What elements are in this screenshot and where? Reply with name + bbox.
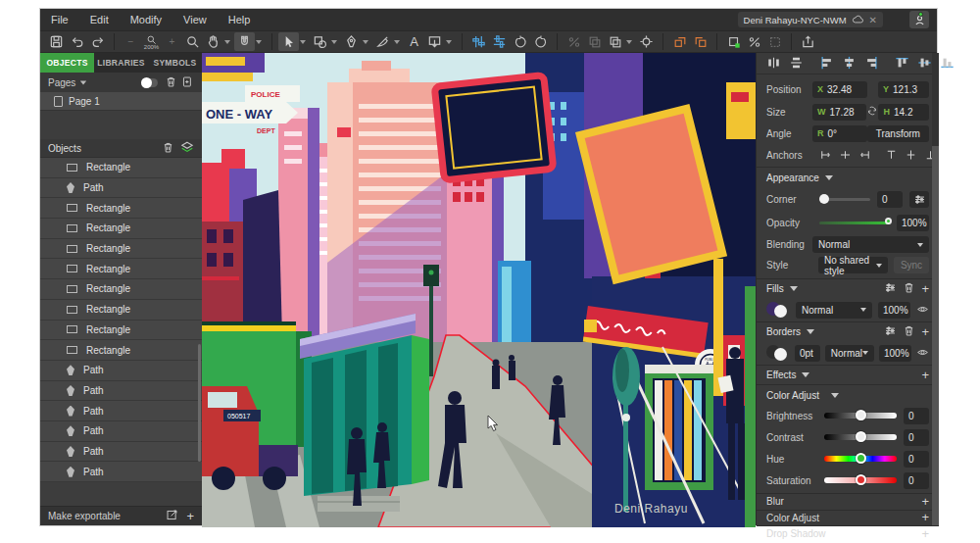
delete-object-button[interactable] [162, 141, 174, 156]
layers-button[interactable] [180, 140, 194, 156]
send-backward-button[interactable] [690, 32, 710, 51]
anchor-center-horizontal-icon[interactable] [839, 149, 852, 163]
snap-tool-caret[interactable] [256, 40, 262, 44]
align-top-icon[interactable] [895, 56, 909, 72]
align-bottom-icon[interactable] [940, 56, 955, 72]
hand-tool[interactable] [203, 32, 223, 51]
group-tool-caret[interactable] [626, 40, 632, 44]
color-adjust-value-field[interactable]: 0 [904, 472, 929, 489]
size-height-field[interactable]: H14.2 [878, 104, 929, 121]
save-button[interactable] [46, 32, 67, 51]
object-list-item[interactable]: Path [40, 381, 202, 402]
anchor-top-icon[interactable] [885, 149, 898, 163]
color-adjust-slider[interactable] [824, 456, 897, 462]
collapsed-effect-row[interactable]: Drop Shadow + [757, 525, 939, 542]
page-list-item[interactable]: Page 1 [40, 92, 202, 111]
weld-tool[interactable] [564, 32, 584, 51]
tab-symbols[interactable]: SYMBOLS [148, 53, 202, 73]
border-width-field[interactable]: 0pt [795, 345, 820, 362]
knife-tool-caret[interactable] [394, 40, 400, 44]
anchor-right-icon[interactable] [858, 149, 871, 163]
sync-style-button[interactable]: Sync [894, 257, 929, 273]
position-y-field[interactable]: Y121.3 [878, 81, 929, 98]
pages-toggle[interactable] [142, 78, 158, 87]
snap-tool[interactable] [234, 32, 255, 51]
borders-delete-icon[interactable] [903, 324, 915, 339]
align-right-icon[interactable] [864, 56, 879, 72]
collapsed-effect-row[interactable]: Color Adjust + [757, 510, 939, 526]
border-blend-dropdown[interactable]: Normal [825, 345, 874, 362]
align-left-icon[interactable] [819, 56, 834, 72]
inspector-scrollbar-thumb[interactable] [932, 53, 939, 146]
fill-blend-dropdown[interactable]: Normal [796, 302, 872, 319]
corner-value-field[interactable]: 0 [877, 191, 903, 208]
align-center-vertical-icon[interactable] [917, 56, 932, 72]
object-list-item[interactable]: Path [40, 442, 202, 463]
object-list-item[interactable]: Rectangle [40, 321, 202, 341]
fills-delete-icon[interactable] [903, 281, 915, 296]
border-color-swatch[interactable] [766, 344, 790, 362]
color-adjust-value-field[interactable]: 0 [904, 429, 929, 446]
borders-add-icon[interactable]: + [921, 327, 929, 337]
fills-options-icon[interactable] [884, 281, 897, 296]
menu-modify[interactable]: Modify [120, 14, 172, 25]
bring-forward-button[interactable] [669, 32, 690, 51]
effects-section-header[interactable]: Effects + [757, 366, 939, 384]
position-x-field[interactable]: X32.48 [812, 81, 867, 98]
link-dimensions-button[interactable] [866, 105, 878, 119]
make-exportable-label[interactable]: Make exportable [48, 511, 121, 521]
collapsed-effect-row[interactable]: Blur + [757, 493, 939, 510]
object-list-item[interactable]: Path [40, 462, 202, 482]
object-list-item[interactable]: Rectangle [40, 198, 202, 219]
fill-color-swatch[interactable] [766, 301, 790, 319]
border-opacity-field[interactable]: 100% [879, 345, 911, 362]
zoom-out-button[interactable]: − [121, 32, 141, 51]
align-center-horizontal-icon[interactable] [842, 56, 857, 72]
borders-section-header[interactable]: Borders + [757, 322, 939, 341]
color-adjust-section-header[interactable]: Color Adjust [757, 385, 939, 405]
fills-add-icon[interactable]: + [921, 284, 929, 294]
text-tool[interactable]: A [404, 32, 424, 51]
color-adjust-slider[interactable] [824, 434, 897, 440]
menu-edit[interactable]: Edit [79, 14, 120, 25]
effects-add-icon[interactable]: + [921, 370, 929, 380]
pointer-tool-caret[interactable] [300, 40, 306, 44]
collapsed-effect-add-icon[interactable]: + [921, 529, 929, 539]
menu-help[interactable]: Help [218, 14, 262, 25]
redo-button[interactable] [87, 32, 108, 51]
border-visibility-icon[interactable] [916, 346, 929, 361]
object-list-item[interactable]: Rectangle [40, 259, 202, 279]
anchor-center-vertical-icon[interactable] [905, 149, 917, 163]
shape-tool-caret[interactable] [331, 40, 337, 44]
appearance-section-header[interactable]: Appearance [757, 168, 939, 187]
object-list-item[interactable]: Rectangle [40, 340, 202, 361]
object-list-item[interactable]: Rectangle [40, 219, 202, 239]
fill-opacity-field[interactable]: 100% [878, 302, 910, 319]
delete-page-button[interactable] [165, 75, 177, 90]
tab-objects[interactable]: OBJECTS [40, 53, 94, 73]
object-list-item[interactable]: Path [40, 178, 202, 199]
export-selection-button[interactable] [166, 509, 178, 523]
pen-tool[interactable] [341, 32, 362, 51]
add-page-button[interactable] [181, 75, 194, 90]
collapsed-effect-add-icon[interactable]: + [921, 513, 929, 522]
object-list-item[interactable]: Path [40, 361, 202, 381]
blending-dropdown[interactable]: Normal [812, 236, 929, 253]
opacity-slider[interactable] [819, 222, 890, 224]
zoom-tool[interactable] [182, 32, 203, 51]
fill-visibility-icon[interactable] [916, 303, 929, 318]
color-adjust-value-field[interactable]: 0 [904, 408, 929, 424]
inspector-scrollbar-track[interactable] [932, 53, 939, 525]
collapsed-effect-add-icon[interactable]: + [921, 497, 929, 507]
object-list-item[interactable]: Path [40, 421, 202, 442]
knife-tool[interactable] [372, 32, 393, 51]
corner-options-button[interactable] [909, 191, 929, 208]
rotate-ccw-button[interactable] [510, 32, 530, 51]
undo-button[interactable] [67, 32, 87, 51]
frame-tool[interactable] [764, 32, 785, 51]
distribute-horizontal-icon[interactable] [766, 56, 781, 72]
color-adjust-slider[interactable] [824, 477, 897, 483]
menu-file[interactable]: File [40, 14, 79, 25]
object-list-item[interactable]: Rectangle [40, 158, 202, 178]
color-adjust-slider[interactable] [824, 413, 897, 419]
